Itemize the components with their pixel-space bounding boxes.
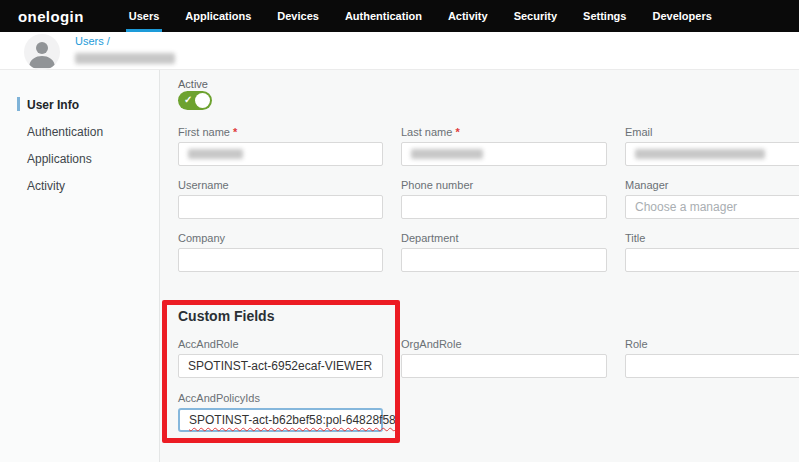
last-name-label: Last name — [401, 126, 452, 138]
breadcrumb-users-link[interactable]: Users / — [75, 35, 175, 47]
field-company: Company — [178, 232, 383, 272]
sidebar-item-authentication[interactable]: Authentication — [0, 119, 159, 145]
email-label: Email — [625, 126, 799, 138]
field-last-name: Last name* — [401, 126, 607, 166]
nav-item-activity[interactable]: Activity — [435, 0, 501, 32]
nav-item-applications[interactable]: Applications — [172, 0, 264, 32]
active-toggle-label: Active — [178, 78, 799, 90]
nav-item-settings[interactable]: Settings — [570, 0, 639, 32]
field-department: Department — [401, 232, 607, 272]
redacted-user-name — [75, 53, 175, 64]
title-label: Title — [625, 232, 799, 244]
required-asterisk: * — [455, 126, 459, 138]
acc-and-policy-ids-value: SPOTINST-act-b62bef58:pol-64828f58 — [189, 413, 396, 427]
nav-item-developers[interactable]: Developers — [639, 0, 724, 32]
field-role: Role — [625, 338, 799, 378]
field-first-name: First name* — [178, 126, 383, 166]
acc-and-role-label: AccAndRole — [178, 338, 383, 350]
toggle-knob — [195, 93, 210, 108]
active-toggle[interactable]: ✓ — [178, 91, 212, 110]
username-input[interactable] — [178, 195, 383, 219]
company-input[interactable] — [178, 248, 383, 272]
custom-fields-grid: AccAndRole OrgAndRole Role — [178, 338, 799, 378]
nav-item-devices[interactable]: Devices — [264, 0, 332, 32]
field-email: Email — [625, 126, 799, 166]
redacted-email-value — [635, 149, 765, 159]
field-phone-number: Phone number — [401, 179, 607, 219]
breadcrumb-block: Users / — [75, 35, 175, 64]
top-nav: onelogin Users Applications Devices Auth… — [0, 0, 799, 32]
field-org-and-role: OrgAndRole — [401, 338, 607, 378]
redacted-last-name-value — [411, 149, 483, 159]
sidebar-item-applications[interactable]: Applications — [0, 146, 159, 172]
phone-number-label: Phone number — [401, 179, 607, 191]
main-layout: User Info Authentication Applications Ac… — [0, 70, 799, 462]
sidebar-item-user-info[interactable]: User Info — [0, 92, 159, 118]
field-username: Username — [178, 179, 383, 219]
onelogin-admin-app: onelogin Users Applications Devices Auth… — [0, 0, 799, 462]
nav-item-authentication[interactable]: Authentication — [332, 0, 435, 32]
field-title: Title — [625, 232, 799, 272]
org-and-role-input[interactable] — [401, 354, 607, 378]
field-acc-and-role: AccAndRole — [178, 338, 383, 378]
username-label: Username — [178, 179, 383, 191]
sidebar: User Info Authentication Applications Ac… — [0, 70, 160, 462]
sidebar-item-activity[interactable]: Activity — [0, 173, 159, 199]
user-info-panel: Active ✓ First name* Last name* — [160, 70, 799, 462]
acc-and-role-input[interactable] — [178, 354, 383, 378]
title-input[interactable] — [625, 248, 799, 272]
check-icon: ✓ — [184, 94, 192, 105]
manager-label: Manager — [625, 179, 799, 191]
nav-menu: Users Applications Devices Authenticatio… — [116, 0, 725, 32]
page-header: Users / — [0, 32, 799, 70]
first-name-label: First name — [178, 126, 230, 138]
department-input[interactable] — [401, 248, 607, 272]
acc-and-policy-ids-label: AccAndPolicyIds — [178, 392, 383, 404]
custom-fields-heading: Custom Fields — [178, 308, 799, 324]
user-avatar — [24, 34, 60, 70]
field-manager: Manager — [625, 179, 799, 219]
role-label: Role — [625, 338, 799, 350]
nav-item-security[interactable]: Security — [501, 0, 570, 32]
phone-number-input[interactable] — [401, 195, 607, 219]
department-label: Department — [401, 232, 607, 244]
company-label: Company — [178, 232, 383, 244]
role-input[interactable] — [625, 354, 799, 378]
onelogin-logo: onelogin — [18, 8, 84, 25]
nav-item-users[interactable]: Users — [116, 0, 173, 32]
custom-fields-grid-row2: AccAndPolicyIds SPOTINST-act-b62bef58:po… — [178, 392, 799, 432]
manager-input[interactable] — [625, 195, 799, 219]
profile-fields-grid: First name* Last name* Email — [178, 126, 799, 272]
person-icon — [24, 56, 60, 70]
required-asterisk: * — [233, 126, 237, 138]
acc-and-policy-ids-input[interactable]: SPOTINST-act-b62bef58:pol-64828f58 — [178, 408, 383, 432]
redacted-first-name-value — [188, 149, 243, 159]
field-acc-and-policy-ids: AccAndPolicyIds SPOTINST-act-b62bef58:po… — [178, 392, 383, 432]
org-and-role-label: OrgAndRole — [401, 338, 607, 350]
